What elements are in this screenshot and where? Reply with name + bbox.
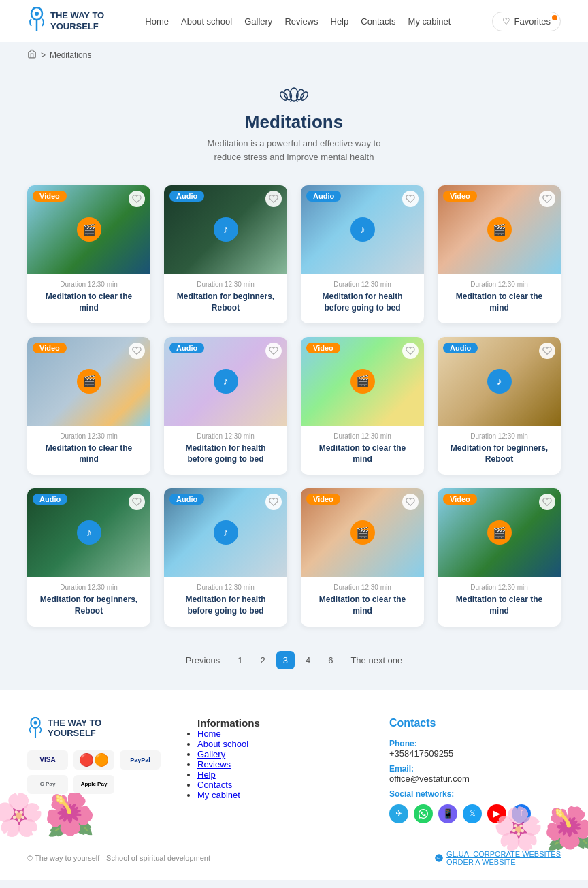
nav-cabinet[interactable]: My cabinet (408, 16, 451, 27)
footer-link-help[interactable]: Help (197, 770, 216, 780)
card-play-9[interactable]: ♪ (214, 520, 238, 545)
nav-home[interactable]: Home (145, 16, 169, 27)
copyright-text: © The way to yourself - School of spirit… (27, 854, 210, 862)
footer-link-reviews[interactable]: Reviews (197, 759, 231, 770)
phone-value: +358417509255 (389, 748, 561, 759)
email-value: office@vestatur.com (389, 774, 561, 784)
card-heart-1[interactable] (265, 191, 282, 207)
card-body-10: Duration 12:30 min Meditation to clear t… (301, 577, 424, 627)
twitter-icon[interactable]: 𝕏 (463, 804, 482, 823)
card-play-7[interactable]: ♪ (487, 369, 512, 394)
card-play-0[interactable]: 🎬 (77, 217, 101, 242)
card-7: Audio ♪ Duration 12:30 min Meditation fo… (438, 337, 561, 475)
card-5: Audio ♪ Duration 12:30 min Meditation fo… (164, 337, 287, 475)
card-play-10[interactable]: 🎬 (350, 520, 375, 545)
card-badge-2: Audio (306, 191, 341, 202)
card-badge-3: Video (443, 191, 477, 202)
card-duration-0: Duration 12:30 min (35, 281, 142, 288)
card-play-3[interactable]: 🎬 (487, 217, 512, 242)
nav-gallery[interactable]: Gallery (244, 16, 272, 27)
card-image-7: Audio ♪ (438, 337, 561, 426)
email-label: Email: (389, 764, 561, 774)
card-title-3: Meditation to clear the mind (446, 291, 553, 314)
footer-link-contacts[interactable]: Contacts (197, 780, 232, 790)
telegram-icon[interactable]: ✈ (389, 804, 408, 823)
card-heart-8[interactable] (129, 494, 145, 510)
card-heart-6[interactable] (402, 343, 419, 359)
svg-text:G: G (437, 856, 440, 860)
card-badge-7: Audio (443, 343, 478, 353)
card-title-6: Meditation to clear the mind (309, 443, 416, 466)
card-8: Audio ♪ Duration 12:30 min Meditation fo… (27, 488, 150, 627)
page-subtitle: Meditation is a powerful and effective w… (14, 137, 574, 163)
card-body-9: Duration 12:30 min Meditation for health… (164, 577, 287, 627)
card-body-4: Duration 12:30 min Meditation to clear t… (27, 426, 150, 475)
card-image-9: Audio ♪ (164, 488, 287, 577)
card-play-5[interactable]: ♪ (214, 369, 238, 394)
svg-point-2 (35, 12, 39, 16)
card-body-7: Duration 12:30 min Meditation for beginn… (438, 426, 561, 475)
card-image-8: Audio ♪ (27, 488, 150, 577)
breadcrumb-current: Meditations (50, 50, 91, 60)
card-duration-7: Duration 12:30 min (446, 432, 553, 440)
card-heart-0[interactable] (129, 191, 145, 207)
card-heart-2[interactable] (402, 191, 419, 207)
nav-about[interactable]: About school (181, 16, 232, 27)
nav-reviews[interactable]: Reviews (284, 16, 318, 27)
nav-help[interactable]: Help (331, 16, 349, 27)
whatsapp-icon[interactable] (414, 804, 433, 823)
footer-link-about[interactable]: About school (197, 739, 248, 749)
pagination-previous[interactable]: Previous (179, 651, 227, 669)
card-body-3: Duration 12:30 min Meditation to clear t… (438, 274, 561, 323)
card-play-11[interactable]: 🎬 (487, 520, 512, 545)
card-11: Video 🎬 Duration 12:30 min Meditation to… (438, 488, 561, 627)
card-play-1[interactable]: ♪ (214, 217, 238, 242)
pagination-2[interactable]: 2 (253, 651, 272, 669)
card-badge-8: Audio (33, 494, 67, 505)
card-heart-3[interactable] (539, 191, 555, 207)
favorites-label: Favorites (514, 16, 551, 27)
card-image-4: Video 🎬 (27, 337, 150, 426)
pagination-next[interactable]: The next one (344, 651, 409, 669)
favorites-button[interactable]: ♡ Favorites (492, 12, 561, 31)
card-play-6[interactable]: 🎬 (350, 369, 375, 394)
card-duration-6: Duration 12:30 min (309, 432, 416, 440)
card-heart-10[interactable] (402, 494, 419, 510)
card-heart-9[interactable] (265, 494, 282, 510)
card-badge-0: Video (33, 191, 67, 202)
footer-link-home[interactable]: Home (197, 729, 221, 739)
card-body-0: Duration 12:30 min Meditation to clear t… (27, 274, 150, 323)
logo-icon (27, 7, 46, 35)
main-nav: Home About school Gallery Reviews Help C… (145, 16, 451, 27)
card-heart-5[interactable] (265, 343, 282, 359)
card-badge-6: Video (306, 343, 340, 353)
footer-link-cabinet[interactable]: My cabinet (197, 790, 240, 800)
pagination-4[interactable]: 4 (299, 651, 317, 669)
viber-icon[interactable]: 📱 (438, 804, 457, 823)
card-body-5: Duration 12:30 min Meditation for health… (164, 426, 287, 475)
card-badge-11: Video (443, 494, 477, 505)
flower-right-decoration: 🌸🌺 (493, 804, 588, 853)
card-badge-5: Audio (169, 343, 204, 353)
card-badge-1: Audio (169, 191, 204, 202)
card-heart-4[interactable] (129, 343, 145, 359)
breadcrumb-home-link[interactable] (27, 49, 37, 61)
card-play-8[interactable]: ♪ (77, 520, 101, 545)
footer-logo: THE WAY TOYOURSELF (27, 717, 177, 740)
card-play-4[interactable]: 🎬 (77, 369, 101, 394)
card-heart-7[interactable] (539, 343, 555, 359)
nav-contacts[interactable]: Contacts (361, 16, 395, 27)
card-body-8: Duration 12:30 min Meditation for beginn… (27, 577, 150, 627)
card-title-11: Meditation to clear the mind (446, 594, 553, 617)
card-heart-11[interactable] (539, 494, 555, 510)
card-image-1: Audio ♪ (164, 185, 287, 274)
footer-info-title: Informations (197, 717, 369, 729)
pagination-3[interactable]: 3 (276, 651, 295, 669)
card-play-2[interactable]: ♪ (350, 217, 375, 242)
pagination-6[interactable]: 6 (321, 651, 340, 669)
card-title-0: Meditation to clear the mind (35, 291, 142, 314)
pagination-1[interactable]: 1 (231, 651, 249, 669)
footer-link-gallery[interactable]: Gallery (197, 749, 225, 759)
card-image-10: Video 🎬 (301, 488, 424, 577)
card-image-5: Audio ♪ (164, 337, 287, 426)
